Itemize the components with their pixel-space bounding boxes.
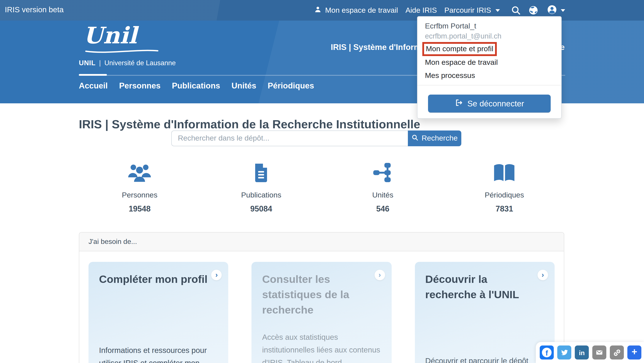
version-label: IRIS version beta <box>5 5 64 14</box>
nav-item-accueil[interactable]: Accueil <box>79 81 108 91</box>
workspace-label: Mon espace de travail <box>325 6 398 15</box>
workspace-link[interactable]: Mon espace de travail <box>314 5 398 15</box>
logo-separator: | <box>99 59 101 67</box>
need-section-header: J'ai besoin de... <box>79 233 564 251</box>
nav-item-personnes[interactable]: Personnes <box>119 81 160 91</box>
search-icon[interactable] <box>511 5 521 15</box>
file-lines-icon <box>254 163 269 182</box>
card-research-statistics[interactable]: Consulter les statistiques de la recherc… <box>252 262 392 363</box>
menu-item-workspace[interactable]: Mon espace de travail <box>425 58 498 67</box>
menu-item-processes[interactable]: Mes processus <box>425 71 475 80</box>
menu-item-my-account[interactable]: Mon compte et profil <box>426 45 493 53</box>
more-share-options-icon[interactable]: + <box>627 346 641 360</box>
stat-value: 19548 <box>128 205 150 214</box>
stat-personnes[interactable]: Personnes 19548 <box>79 163 200 214</box>
card-title: Consulter les statistiques de la recherc… <box>262 272 374 318</box>
caret-down-icon <box>496 9 500 11</box>
browse-dropdown[interactable]: Parcourir IRIS <box>444 6 500 15</box>
unil-logo-script: Unil <box>83 23 137 48</box>
sitemap-icon <box>373 163 392 182</box>
search-button-label: Recherche <box>422 134 458 143</box>
stat-unites[interactable]: Unités 546 <box>322 163 444 214</box>
stat-periodiques[interactable]: Périodiques 7831 <box>444 163 565 214</box>
unil-logo-name: UNIL <box>79 59 96 67</box>
card-description: Accès aux statistiques institutionnelles… <box>262 331 383 363</box>
help-link[interactable]: Aide IRIS <box>406 6 437 15</box>
facebook-share-icon[interactable]: f <box>540 346 554 360</box>
card-title: Compléter mon profil <box>99 272 211 287</box>
account-email: ecrfbm.portal_t@unil.ch <box>425 32 502 40</box>
annotation-highlight-box: Mon compte et profil <box>422 42 497 56</box>
logo-university-label: Université de Lausanne <box>104 59 176 67</box>
search-input[interactable] <box>171 130 408 146</box>
search-button[interactable]: Recherche <box>408 130 461 146</box>
chevron-right-icon[interactable]: › <box>374 270 385 280</box>
nav-item-unites[interactable]: Unités <box>232 81 256 91</box>
card-description: Découvrir et parcourir le dépôt <box>425 355 546 363</box>
stat-label: Unités <box>372 191 393 200</box>
magnifier-icon <box>412 134 418 143</box>
chevron-right-icon[interactable]: › <box>538 270 548 280</box>
nav-item-publications[interactable]: Publications <box>172 81 220 91</box>
repository-stats: Personnes 19548 Publications 95084 Unité… <box>79 163 565 214</box>
caret-down-icon <box>561 9 565 11</box>
help-label: Aide IRIS <box>406 6 437 15</box>
twitter-share-icon[interactable] <box>557 346 571 360</box>
account-menu-toggle[interactable] <box>547 4 565 16</box>
card-description: Informations et ressources pour utiliser… <box>99 344 220 363</box>
nav-item-periodiques[interactable]: Périodiques <box>268 81 314 91</box>
user-circle-icon <box>547 4 557 16</box>
active-nav-underline <box>79 74 107 76</box>
unil-logo-subtitle: UNIL | Université de Lausanne <box>79 59 176 67</box>
stat-label: Publications <box>241 191 281 200</box>
email-share-icon[interactable] <box>592 346 606 360</box>
stat-value: 546 <box>376 205 389 214</box>
card-discover-research[interactable]: Découvrir la recherche à l'UNIL › Découv… <box>415 262 555 363</box>
browse-label: Parcourir IRIS <box>444 6 491 15</box>
logout-icon <box>454 98 463 109</box>
card-title: Découvrir la recherche à l'UNIL <box>425 272 537 302</box>
chevron-right-icon[interactable]: › <box>212 270 222 280</box>
card-complete-profile[interactable]: Compléter mon profil › Informations et r… <box>88 262 228 363</box>
stat-value: 7831 <box>496 205 513 214</box>
menu-divider <box>418 85 561 85</box>
user-bust-icon <box>314 5 322 15</box>
globe-icon[interactable] <box>528 5 538 15</box>
logout-label: Se déconnecter <box>467 99 524 108</box>
iris-homepage: IRIS version beta Mon espace de travail … <box>0 0 644 363</box>
share-toolbar: f in + <box>536 342 644 363</box>
copy-link-icon[interactable] <box>610 346 624 360</box>
linkedin-share-icon[interactable]: in <box>575 346 589 360</box>
stat-label: Périodiques <box>485 191 524 200</box>
stat-label: Personnes <box>122 191 158 200</box>
main-navigation: Accueil Personnes Publications Unités Pé… <box>79 81 314 91</box>
logout-button[interactable]: Se déconnecter <box>428 95 551 112</box>
need-cards: Compléter mon profil › Informations et r… <box>79 251 564 363</box>
account-dropdown-menu: Ecrfbm Portal_t ecrfbm.portal_t@unil.ch … <box>417 16 562 119</box>
unil-logo-swash <box>85 48 158 56</box>
page-title: IRIS | Système d'Information de la Reche… <box>79 118 420 131</box>
users-icon <box>128 163 152 182</box>
need-section-panel: J'ai besoin de... Compléter mon profil ›… <box>79 232 564 363</box>
repository-search: Recherche <box>171 130 461 146</box>
book-open-icon <box>494 163 516 182</box>
stat-publications[interactable]: Publications 95084 <box>200 163 322 214</box>
stat-value: 95084 <box>250 205 272 214</box>
account-display-name: Ecrfbm Portal_t <box>425 22 476 31</box>
